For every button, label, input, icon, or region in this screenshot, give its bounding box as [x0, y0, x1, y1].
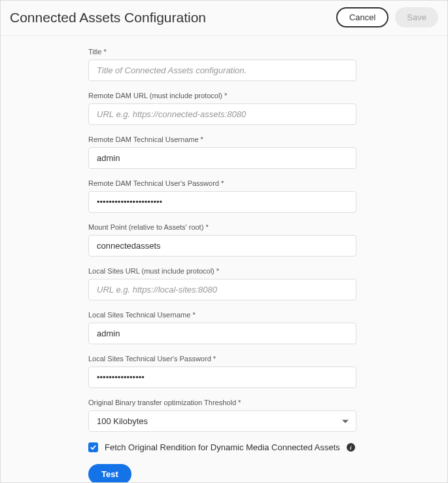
mount-point-label: Mount Point (relative to Assets' root) *	[88, 223, 448, 231]
remote-dam-password-input[interactable]	[88, 191, 356, 213]
remote-dam-url-input[interactable]	[88, 103, 356, 125]
local-sites-password-input[interactable]	[88, 367, 356, 388]
local-sites-url-group: Local Sites URL (must include protocol) …	[88, 267, 448, 300]
header-buttons: Cancel Save	[336, 7, 438, 27]
test-button[interactable]: Test	[88, 464, 131, 483]
local-sites-password-group: Local Sites Technical User's Password *	[88, 355, 448, 388]
local-sites-username-group: Local Sites Technical Username *	[88, 311, 448, 344]
title-label: Title *	[88, 48, 448, 56]
remote-dam-username-input[interactable]	[88, 147, 356, 169]
checkmark-icon	[90, 444, 97, 451]
remote-dam-password-label: Remote DAM Technical User's Password *	[88, 179, 448, 187]
threshold-label: Original Binary transfer optimization Th…	[88, 399, 448, 406]
cancel-button[interactable]: Cancel	[336, 7, 388, 27]
threshold-select[interactable]: 100 Kilobytes	[88, 410, 356, 432]
mount-point-group: Mount Point (relative to Assets' root) *	[88, 223, 448, 257]
mount-point-input[interactable]	[88, 235, 356, 257]
local-sites-password-label: Local Sites Technical User's Password *	[88, 355, 448, 363]
remote-dam-url-label: Remote DAM URL (must include protocol) *	[88, 92, 448, 99]
local-sites-username-input[interactable]	[88, 323, 356, 344]
page-title: Connected Assets Configuration	[10, 10, 206, 26]
remote-dam-username-group: Remote DAM Technical Username *	[88, 135, 448, 169]
remote-dam-url-group: Remote DAM URL (must include protocol) *	[88, 92, 448, 125]
fetch-original-checkbox[interactable]	[88, 442, 98, 452]
save-button: Save	[395, 7, 438, 27]
threshold-group: Original Binary transfer optimization Th…	[88, 399, 448, 432]
remote-dam-username-label: Remote DAM Technical Username *	[88, 135, 448, 143]
title-input[interactable]	[88, 60, 356, 81]
local-sites-url-label: Local Sites URL (must include protocol) …	[88, 267, 448, 275]
remote-dam-password-group: Remote DAM Technical User's Password *	[88, 179, 448, 213]
threshold-select-wrapper: 100 Kilobytes	[88, 410, 356, 432]
local-sites-username-label: Local Sites Technical Username *	[88, 311, 448, 319]
page-header: Connected Assets Configuration Cancel Sa…	[1, 1, 447, 36]
info-icon[interactable]: i	[347, 443, 355, 452]
fetch-original-row: Fetch Original Rendition for Dynamic Med…	[88, 442, 448, 452]
fetch-original-label: Fetch Original Rendition for Dynamic Med…	[105, 442, 340, 452]
local-sites-url-input[interactable]	[88, 279, 356, 300]
form-container: Title * Remote DAM URL (must include pro…	[88, 36, 448, 483]
title-group: Title *	[88, 48, 448, 81]
